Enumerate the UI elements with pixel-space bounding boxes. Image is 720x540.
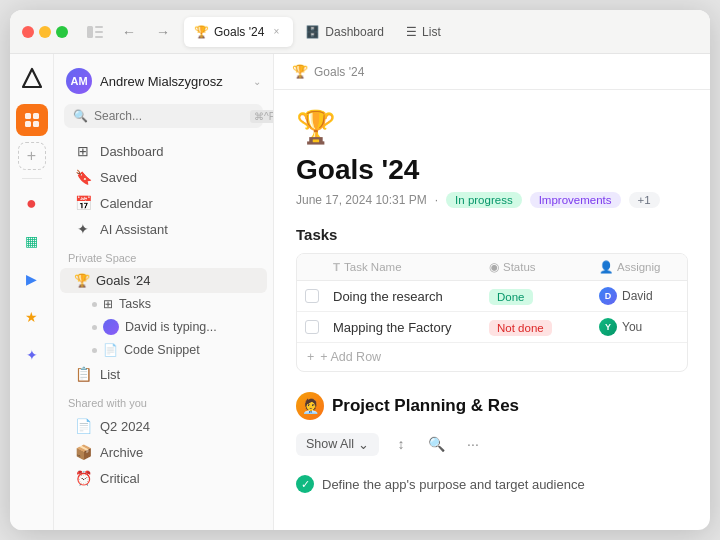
page-meta: June 17, 2024 10:31 PM · In progress Imp… [296,192,688,208]
tab-close-button[interactable]: × [269,25,283,39]
avatar: AM [66,68,92,94]
row-checkbox[interactable] [305,320,319,334]
search-button[interactable]: 🔍 [423,430,451,458]
minimize-window-button[interactable] [39,26,51,38]
svg-rect-7 [25,121,31,127]
status-badge: Not done [489,320,552,336]
search-input[interactable] [94,109,244,123]
rail-item-active-app[interactable] [16,104,48,136]
sort-button[interactable]: ↕ [387,430,415,458]
svg-rect-1 [95,26,103,28]
task-name-icon: T [333,261,340,273]
sidebar-item-label: Dashboard [100,144,164,159]
sidebar-item-david[interactable]: David is typing... [60,315,267,339]
sidebar-item-label: AI Assistant [100,222,168,237]
tab-dashboard[interactable]: 🗄️ Dashboard [295,17,394,47]
sidebar-item-critical[interactable]: ⏰ Critical [60,465,267,491]
meta-dot: · [435,193,438,207]
sidebar-item-label: Critical [100,471,140,486]
sidebar-item-calendar[interactable]: 📅 Calendar [60,190,267,216]
breadcrumb-label: Goals '24 [314,65,364,79]
plus-icon: + [307,350,314,364]
chevron-down-icon: ⌄ [253,76,261,87]
sidebar-item-label: Calendar [100,196,153,211]
sidebar-search-bar: 🔍 ⌘^F [64,104,263,128]
close-window-button[interactable] [22,26,34,38]
assignee-name: You [622,320,642,334]
status-badge[interactable]: In progress [446,192,522,208]
content-body: 🏆 Goals '24 June 17, 2024 10:31 PM · In … [274,90,710,530]
rail-divider [22,178,42,179]
sidebar-item-label: Archive [100,445,143,460]
more-options-button[interactable]: ··· [459,430,487,458]
assignee-icon: 👤 [599,260,613,274]
rail-add-button[interactable]: + [18,142,46,170]
page-title: Goals '24 [296,154,688,186]
svg-rect-6 [33,113,39,119]
ai-icon: ✦ [74,221,92,237]
rail-item-app2[interactable]: ● [16,187,48,219]
rail-item-app4[interactable]: ▶ [16,263,48,295]
tab-list-label: List [422,25,441,39]
more-badge[interactable]: +1 [629,192,660,208]
tab-dashboard-icon: 🗄️ [305,25,320,39]
improvements-badge[interactable]: Improvements [530,192,621,208]
sidebar-item-label: Tasks [119,297,151,311]
list-icon: 📋 [74,366,92,382]
sidebar-item-q2[interactable]: 📄 Q2 2024 [60,413,267,439]
row-checkbox[interactable] [305,289,319,303]
status-icon: ◉ [489,260,499,274]
svg-rect-0 [87,26,93,38]
sidebar-item-label: Code Snippet [124,343,200,357]
sidebar-item-label: Saved [100,170,137,185]
forward-button[interactable]: → [150,19,176,45]
status-badge: Done [489,289,533,305]
task-name: Mapping the Factory [333,320,489,335]
sidebar-item-tasks[interactable]: ⊞ Tasks [60,293,267,315]
tasks-icon: ⊞ [103,297,113,311]
sidebar-item-label: Goals '24 [96,273,151,288]
sidebar-item-ai[interactable]: ✦ AI Assistant [60,216,267,242]
chevron-down-icon: ⌄ [358,437,369,452]
sidebar-item-goals[interactable]: 🏆 Goals '24 [60,268,267,293]
svg-marker-4 [23,69,41,87]
project-item: ✓ Define the app's purpose and target au… [296,470,688,498]
project-toolbar: Show All ⌄ ↕ 🔍 ··· [296,430,688,458]
svg-rect-8 [33,121,39,127]
tab-bar: 🏆 Goals '24 × 🗄️ Dashboard ☰ List [184,17,698,47]
rail-item-app3[interactable]: ▦ [16,225,48,257]
avatar: Y [599,318,617,336]
maximize-window-button[interactable] [56,26,68,38]
tab-dashboard-label: Dashboard [325,25,384,39]
tab-goals[interactable]: 🏆 Goals '24 × [184,17,293,47]
window-controls [22,26,68,38]
main-window: ← → 🏆 Goals '24 × 🗄️ Dashboard ☰ List [10,10,710,530]
header-task-name: T Task Name [333,260,489,274]
search-icon: 🔍 [73,109,88,123]
add-row-button[interactable]: + + Add Row [297,343,687,371]
back-button[interactable]: ← [116,19,142,45]
rail-item-app6[interactable]: ✦ [16,339,48,371]
avatar [103,319,119,335]
saved-icon: 🔖 [74,169,92,185]
tab-list[interactable]: ☰ List [396,17,451,47]
page-emoji: 🏆 [296,108,688,146]
sidebar-item-label: David is typing... [125,320,217,334]
sidebar-user[interactable]: AM Andrew Mialszygrosz ⌄ [54,64,273,104]
tab-goals-icon: 🏆 [194,25,209,39]
sidebar-toggle-button[interactable] [82,19,108,45]
clock-icon: ⏰ [74,470,92,486]
sidebar-item-archive[interactable]: 📦 Archive [60,439,267,465]
show-all-button[interactable]: Show All ⌄ [296,433,379,456]
sidebar-item-dashboard[interactable]: ⊞ Dashboard [60,138,267,164]
content-area: 🏆 Goals '24 🏆 Goals '24 June 17, 2024 10… [274,54,710,530]
sidebar-item-list[interactable]: 📋 List [60,361,267,387]
sidebar-item-saved[interactable]: 🔖 Saved [60,164,267,190]
dot-icon [92,302,97,307]
rail-item-app5[interactable]: ★ [16,301,48,333]
table-row: Doing the research Done D David [297,281,687,312]
main-layout: + ● ▦ ▶ ★ ✦ AM Andrew Mialszygrosz ⌄ 🔍 ⌘… [10,54,710,530]
breadcrumb-icon: 🏆 [292,64,308,79]
sidebar-item-code-snippet[interactable]: 📄 Code Snippet [60,339,267,361]
archive-icon: 📦 [74,444,92,460]
